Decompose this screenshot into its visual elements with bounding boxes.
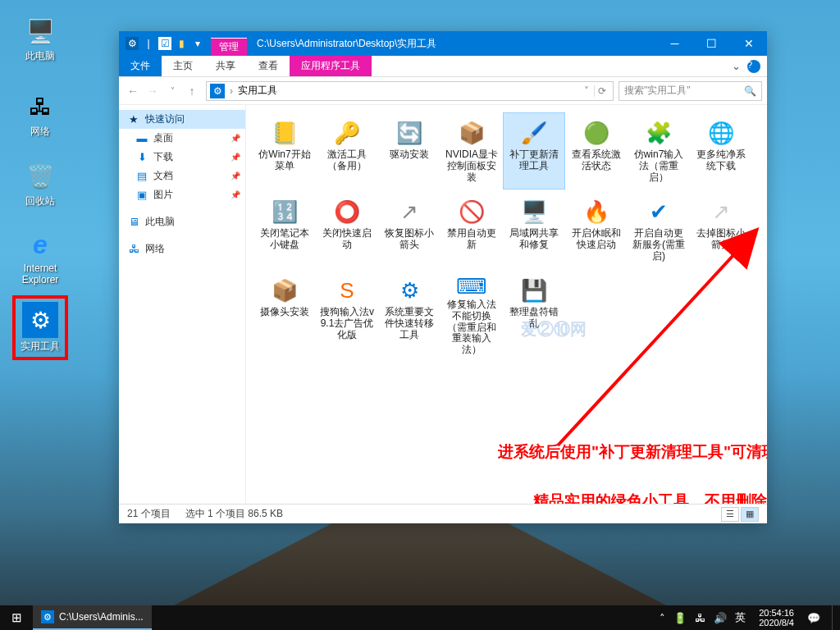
file-item[interactable]: 🌐更多纯净系统下载	[691, 113, 751, 189]
view-icons-icon[interactable]: ▦	[741, 507, 759, 522]
file-item[interactable]: 📦摄像头安装	[254, 271, 315, 346]
file-icon: 🖌️	[518, 116, 550, 149]
tray-battery-icon[interactable]: 🔋	[673, 612, 687, 624]
nav-network[interactable]: 🖧网络	[119, 240, 245, 258]
file-label: NVIDIA显卡控制面板安装	[441, 149, 502, 183]
qat-sep: |	[142, 37, 155, 50]
file-item[interactable]: ⚙系统重要文件快速转移工具	[379, 271, 440, 346]
tray-ime[interactable]: 英	[735, 610, 746, 625]
svg-line-0	[558, 232, 755, 445]
file-icon: 🔢	[268, 195, 301, 228]
file-label: 关闭快速启动	[317, 228, 377, 251]
desktop-small-icon: ▬	[135, 132, 148, 145]
file-item[interactable]: ⭕关闭快速启动	[317, 192, 377, 267]
desktop-icon-network[interactable]: 🖧 网络	[12, 90, 68, 139]
nav-documents[interactable]: ▤文档📌	[119, 167, 245, 185]
desktop-icon-thispc[interactable]: 🖥️ 此电脑	[12, 15, 68, 63]
file-item[interactable]: 🚫禁用自动更新	[441, 192, 502, 267]
file-item[interactable]: 🔄驱动安装	[379, 113, 440, 189]
folder-icon[interactable]: ▮	[175, 37, 188, 50]
nav-downloads[interactable]: ⬇下载📌	[119, 148, 245, 167]
minimize-button[interactable]: ─	[656, 31, 693, 56]
title-path: C:\Users\Administrator\Desktop\实用工具	[257, 37, 656, 51]
file-item[interactable]: 🖌️补丁更新清理工具	[504, 113, 564, 189]
recycle-label: 回收站	[12, 194, 68, 208]
thispc-small-icon: 🖥	[127, 216, 140, 229]
title-bar[interactable]: ⚙ | ☑ ▮ ▾ 管理 C:\Users\Administrator\Desk…	[119, 31, 767, 56]
file-label: 修复输入法不能切换（需重启和重装输入法）	[441, 299, 502, 356]
file-icon: 🚫	[455, 195, 488, 228]
taskbar: ⊞ ⚙ C:\Users\Adminis... ˄ 🔋 🖧 🔊 英 20:54:…	[0, 605, 840, 630]
file-label: 补丁更新清理工具	[504, 149, 564, 172]
desktop-icon-recycle[interactable]: 🗑️ 回收站	[12, 160, 68, 208]
addr-dropdown-icon[interactable]: ˅	[584, 85, 589, 97]
file-item[interactable]: 📒仿Win7开始菜单	[254, 113, 315, 189]
file-item[interactable]: ⌨修复输入法不能切换（需重启和重装输入法）	[441, 271, 502, 346]
ribbon-tabs: 文件 主页 共享 查看 应用程序工具 ⌄ ?	[119, 56, 767, 77]
ie-label1: Internet	[12, 262, 68, 274]
file-label: 仿Win7开始菜单	[254, 149, 315, 172]
file-item[interactable]: S搜狗输入法v9.1去广告优化版	[317, 271, 377, 346]
tab-file[interactable]: 文件	[119, 56, 162, 76]
file-item[interactable]: 🧩仿win7输入法（需重启）	[628, 113, 689, 189]
pin-icon: 📌	[231, 134, 240, 143]
taskitem-label: C:\Users\Adminis...	[59, 611, 144, 623]
context-tab-manage: 管理	[211, 38, 247, 56]
tray-notifications-icon[interactable]: 💬	[807, 612, 820, 624]
tray-time: 20:54:16	[759, 608, 794, 618]
desktop-icon-ie[interactable]: e Internet Explorer	[12, 228, 68, 285]
file-item[interactable]: 🔢关闭笔记本小键盘	[254, 192, 315, 267]
taskitem-gear-icon: ⚙	[41, 610, 54, 623]
nav-up-icon[interactable]: ↑	[183, 82, 201, 100]
start-button[interactable]: ⊞	[0, 605, 33, 630]
file-item[interactable]: 🟢查看系统激活状态	[566, 113, 627, 189]
file-item[interactable]: 📦NVIDIA显卡控制面板安装	[441, 113, 502, 189]
nav-thispc[interactable]: 🖥此电脑	[119, 212, 245, 231]
file-icon: 📦	[268, 274, 301, 307]
file-label: 恢复图标小箭头	[379, 228, 440, 251]
file-list[interactable]: 📒仿Win7开始菜单🔑激活工具（备用）🔄驱动安装📦NVIDIA显卡控制面板安装🖌…	[246, 105, 767, 504]
qat-dropdown-icon[interactable]: ▾	[191, 37, 204, 50]
checkbox-icon[interactable]: ☑	[158, 37, 171, 50]
view-details-icon[interactable]: ☰	[721, 507, 739, 522]
file-item[interactable]: 🔑激活工具（备用）	[317, 113, 377, 189]
annotation-text-1: 进系统后使用"补丁更新清理工具"可清理系统补丁垃圾文件	[498, 441, 767, 463]
tab-view[interactable]: 查看	[247, 56, 290, 76]
search-box[interactable]: 搜索"实用工具" 🔍	[619, 81, 762, 101]
tray-volume-icon[interactable]: 🔊	[714, 612, 727, 624]
help-icon[interactable]: ?	[747, 60, 760, 73]
maximize-button[interactable]: ☐	[693, 31, 730, 56]
tray-clock[interactable]: 20:54:16 2020/8/4	[754, 608, 799, 628]
nav-quick-access[interactable]: ★快速访问	[119, 110, 245, 129]
file-label: 查看系统激活状态	[566, 149, 627, 172]
file-icon: 📒	[268, 116, 301, 149]
nav-desktop[interactable]: ▬桌面📌	[119, 129, 245, 148]
tray-network-icon[interactable]: 🖧	[695, 612, 705, 624]
tab-share[interactable]: 共享	[204, 56, 247, 76]
ribbon-expand-icon[interactable]: ⌄	[732, 60, 741, 72]
file-icon: 📦	[455, 116, 488, 149]
nav-back-icon[interactable]: ←	[124, 82, 142, 100]
refresh-icon[interactable]: ⟳	[594, 85, 609, 97]
taskbar-item-explorer[interactable]: ⚙ C:\Users\Adminis...	[33, 605, 152, 630]
tray-up-icon[interactable]: ˄	[660, 612, 665, 624]
file-icon: ↗	[393, 195, 426, 228]
nav-pictures[interactable]: ▣图片📌	[119, 185, 245, 204]
status-count: 21 个项目	[127, 507, 171, 521]
show-desktop[interactable]	[832, 605, 837, 630]
file-icon: ⚙	[393, 274, 426, 307]
tab-home[interactable]: 主页	[162, 56, 204, 76]
address-bar[interactable]: ⚙ › 实用工具 ˅ ⟳	[206, 81, 614, 101]
tools-label: 实用工具	[17, 340, 63, 354]
nav-forward-icon[interactable]: →	[144, 82, 162, 100]
file-item[interactable]: ↗恢复图标小箭头	[379, 192, 440, 267]
tab-apptools[interactable]: 应用程序工具	[290, 56, 372, 76]
file-icon: 🧩	[642, 116, 675, 149]
desktop-icon-tools[interactable]: ⚙ 实用工具	[12, 295, 68, 360]
file-icon: 🖥️	[518, 195, 550, 228]
nav-recent-icon[interactable]: ˅	[163, 82, 181, 100]
file-label: 激活工具（备用）	[317, 149, 377, 172]
search-icon[interactable]: 🔍	[744, 85, 756, 97]
breadcrumb[interactable]: 实用工具	[238, 84, 277, 98]
close-button[interactable]: ✕	[730, 31, 767, 56]
